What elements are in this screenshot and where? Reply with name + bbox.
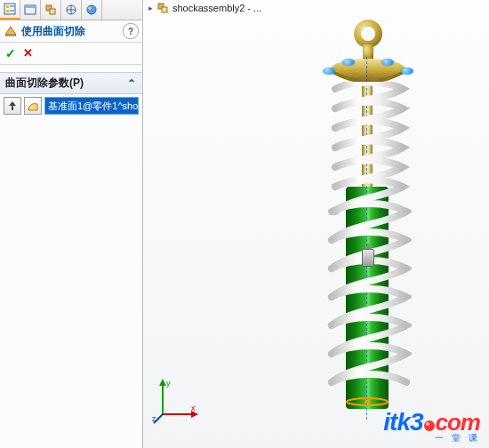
svg-rect-1 <box>6 5 9 8</box>
axis-y-label: y <box>166 379 171 388</box>
shock-model[interactable] <box>330 18 406 436</box>
section-cut-parameters[interactable]: 曲面切除参数(P) ⌃ <box>0 72 142 94</box>
center-axis <box>366 57 367 420</box>
svg-marker-24 <box>159 379 166 386</box>
scale-handle[interactable] <box>323 68 335 75</box>
axis-x-label: x <box>191 404 196 412</box>
shock-body <box>346 187 389 409</box>
flip-direction-button[interactable] <box>4 97 21 115</box>
top-cap <box>330 57 406 84</box>
surface-icon <box>28 100 38 111</box>
view-triad[interactable]: y x z <box>152 377 200 425</box>
feature-title: 使用曲面切除 <box>21 24 85 39</box>
surface-select-button[interactable] <box>24 97 42 115</box>
flip-arrow-icon <box>7 100 18 111</box>
tab-property-manager[interactable] <box>20 0 41 20</box>
watermark: itk3com 一 堂 课 <box>383 410 480 443</box>
dot-icon <box>423 412 436 436</box>
scale-handle[interactable] <box>342 59 355 66</box>
svg-rect-6 <box>25 5 36 8</box>
svg-point-18 <box>361 27 375 41</box>
scale-handle[interactable] <box>381 59 394 66</box>
feature-title-bar: 使用曲面切除 ? <box>0 20 142 43</box>
watermark-part1: itk3 <box>383 408 422 436</box>
svg-point-12 <box>87 5 96 14</box>
surface-selection-field[interactable]: 基准面1@零件1^shoc <box>44 97 139 115</box>
tab-feature-manager[interactable] <box>0 0 20 20</box>
svg-rect-16 <box>162 7 167 12</box>
svg-rect-8 <box>50 9 55 14</box>
svg-rect-2 <box>6 10 9 12</box>
piston-rod <box>362 82 373 188</box>
tab-dimxpert-manager[interactable] <box>61 0 82 20</box>
dimxpert-icon <box>65 4 77 16</box>
eyelet <box>349 18 387 62</box>
manager-tab-strip <box>0 0 142 20</box>
svg-point-28 <box>424 420 435 431</box>
flyout-expand-button[interactable]: ▸ <box>148 4 153 12</box>
watermark-part2: com <box>436 409 480 436</box>
app-root: 使用曲面切除 ? ✓ ✕ 曲面切除参数(P) ⌃ 基准面1@零件1^shoc <box>0 0 489 448</box>
svg-point-29 <box>426 422 429 426</box>
axis-z-label: z <box>152 414 156 423</box>
help-button[interactable]: ? <box>123 23 139 39</box>
parameter-row: 基准面1@零件1^shoc <box>0 94 142 117</box>
cut-with-surface-icon <box>4 24 18 38</box>
svg-point-13 <box>88 6 91 9</box>
assembly-icon <box>156 2 169 14</box>
ok-button[interactable]: ✓ <box>5 46 16 60</box>
document-name[interactable]: shockassembly2 - ... <box>172 3 261 13</box>
tab-configuration-manager[interactable] <box>41 0 61 20</box>
config-manager-icon <box>44 4 57 16</box>
surface-selection-value: 基准面1@零件1^shoc <box>48 100 139 113</box>
scale-handle[interactable] <box>401 68 413 75</box>
cancel-button[interactable]: ✕ <box>23 46 33 60</box>
confirm-bar: ✓ ✕ <box>0 43 142 65</box>
feature-manager-panel: 使用曲面切除 ? ✓ ✕ 曲面切除参数(P) ⌃ 基准面1@零件1^shoc <box>0 0 143 448</box>
section-title: 曲面切除参数(P) <box>5 76 84 91</box>
panel-spacer <box>0 117 142 448</box>
display-manager-icon <box>85 4 98 16</box>
drag-manipulator[interactable] <box>362 249 374 267</box>
tab-display-manager[interactable] <box>82 0 102 20</box>
feature-manager-icon <box>4 3 16 15</box>
flyout-tree: ▸ shockassembly2 - ... <box>148 2 261 14</box>
selected-plane-handle[interactable] <box>346 396 389 405</box>
graphics-viewport[interactable]: ▸ shockassembly2 - ... <box>143 0 489 448</box>
svg-point-22 <box>365 400 370 404</box>
property-manager-icon <box>24 4 36 16</box>
chevron-up-icon[interactable]: ⌃ <box>126 78 137 89</box>
svg-rect-0 <box>4 4 15 14</box>
